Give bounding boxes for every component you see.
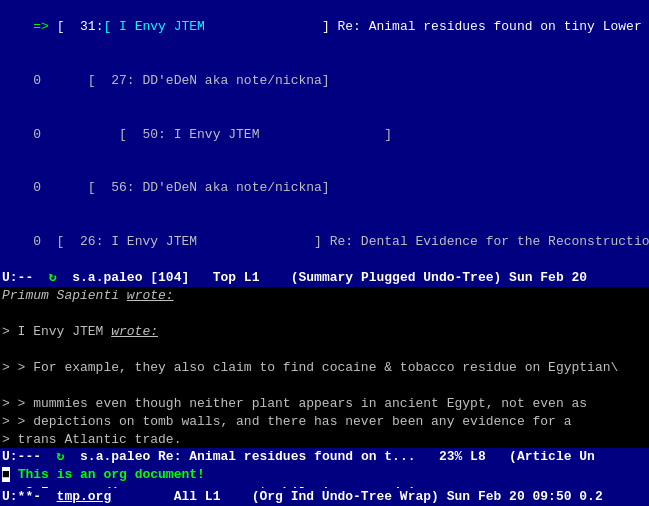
arrow-indicator: => xyxy=(33,19,56,34)
thread-marker: [ 31: xyxy=(57,19,104,34)
author-line: Primum Sapienti wrote: xyxy=(0,287,649,305)
status-bar-1: U:-- ↻ s.a.paleo [104] Top L1 (Summary P… xyxy=(0,269,649,287)
thread-line-3: 0 [ 56: DD'eDeN aka note/nickna] xyxy=(0,161,649,215)
thread-line-2: 0 [ 50: I Envy JTEM ] xyxy=(0,108,649,162)
quote-3: > > mummies even though neither plant ap… xyxy=(0,395,649,413)
quote-4: > > depictions on tomb walls, and there … xyxy=(0,413,649,431)
blank-line-3 xyxy=(0,377,649,395)
read-indicator-1: 0 [ 27: DD'eDeN aka note/nickna] xyxy=(33,73,329,88)
message-area: Primum Sapienti wrote: > I Envy JTEM wro… xyxy=(0,287,649,448)
quote-5: > trans Atlantic trade. xyxy=(0,431,649,449)
read-indicator-4: 0 [ 26: I Envy JTEM ] Re: Dental Evidenc… xyxy=(33,234,649,249)
org-doc-header: ■ This is an org document! xyxy=(0,466,649,484)
quote-1: > I Envy JTEM wrote: xyxy=(0,323,649,341)
read-indicator-2: 0 [ 50: I Envy JTEM ] xyxy=(33,127,392,142)
thread-line-1: 0 [ 27: DD'eDeN aka note/nickna] xyxy=(0,54,649,108)
blank-line-1 xyxy=(0,305,649,323)
status-bar-2: U:--- ↻ s.a.paleo Re: Animal residues fo… xyxy=(0,448,649,466)
terminal-window: => [ 31:[ I Envy JTEM ] Re: Animal resid… xyxy=(0,0,649,506)
quote-2: > > For example, they also claim to find… xyxy=(0,359,649,377)
blank-line-2 xyxy=(0,341,649,359)
read-indicator-3: 0 [ 56: DD'eDeN aka note/nickna] xyxy=(33,180,329,195)
thread-line-4: 0 [ 26: I Envy JTEM ] Re: Dental Evidenc… xyxy=(0,215,649,269)
status-bar-bottom: U:**- tmp.org All L1 (Org Ind Undo-Tree … xyxy=(0,488,649,506)
header-line: => [ 31:[ I Envy JTEM ] Re: Animal resid… xyxy=(0,0,649,54)
